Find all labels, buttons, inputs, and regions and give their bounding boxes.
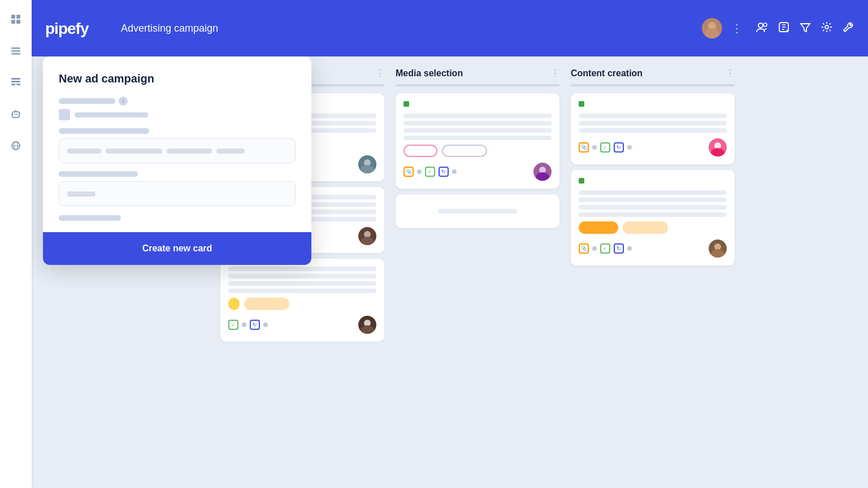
- card-c2-line1: [579, 190, 727, 195]
- card-dot-c1: [592, 145, 597, 150]
- column-bar-media: [396, 84, 559, 86]
- card-dot-green-c2: [579, 178, 584, 184]
- header-more-icon[interactable]: ⋮: [731, 21, 743, 35]
- column-header-actions-content: ⋮: [726, 68, 735, 79]
- card-footer-icons-r3: ✓ ↻: [228, 320, 268, 330]
- card-m1-tag-pink: [403, 145, 437, 157]
- card-r3-line1: [228, 267, 376, 271]
- sidebar-item-grid[interactable]: [6, 9, 26, 29]
- wrench-icon[interactable]: [842, 21, 854, 36]
- header-actions: ⋮: [702, 18, 854, 38]
- card-footer-r3: ✓ ↻: [228, 316, 376, 334]
- card-r3-line4: [228, 289, 376, 293]
- column-menu-research[interactable]: ⋮: [375, 68, 384, 79]
- card-footer-c1: 📎 ✓ ↻: [579, 138, 727, 156]
- field1-input[interactable]: [59, 138, 296, 163]
- card-avatar-r2: [358, 227, 376, 245]
- card-dot-c2: [592, 246, 597, 251]
- sidebar-item-list[interactable]: [6, 41, 26, 61]
- card-dot-r3-2: [263, 323, 268, 327]
- more-fields-label: [59, 215, 121, 221]
- svg-text:pipefy: pipefy: [45, 20, 89, 37]
- export-icon[interactable]: [778, 21, 790, 36]
- card-footer-icons-c2: 📎 ✓ ↻: [579, 243, 632, 254]
- card-icon-c1-sync: ↻: [614, 142, 624, 152]
- column-header-content: Content creation ⋮: [571, 68, 735, 79]
- card-icon-c2: 📎: [579, 243, 589, 254]
- logo: pipefy: [45, 18, 107, 38]
- settings-icon[interactable]: [821, 21, 833, 36]
- filter-icon[interactable]: [799, 21, 811, 36]
- card-c2-tag-lightorange: [623, 221, 668, 234]
- card-content-1[interactable]: 📎 ✓ ↻: [571, 93, 735, 164]
- card-c2-line4: [579, 212, 727, 217]
- card-c2-line3: [579, 205, 727, 210]
- card-footer-m1: 📎 ✓ ↻: [403, 163, 552, 181]
- svg-rect-13: [16, 114, 18, 115]
- card-icon-c1-check: ✓: [600, 142, 610, 152]
- card-m1-tag-gray: [442, 145, 487, 157]
- column-menu-media[interactable]: ⋮: [550, 68, 559, 79]
- field2-input[interactable]: [59, 181, 296, 206]
- field2-placeholder: [67, 191, 96, 197]
- modal-footer: Create new card: [43, 232, 311, 265]
- users-icon[interactable]: [756, 21, 769, 36]
- card-r3-line3: [228, 281, 376, 286]
- card-icon-c2-check: ✓: [600, 243, 610, 254]
- card-c2-tags: [579, 221, 727, 234]
- field1-placeholder-3: [167, 149, 212, 154]
- card-c1-line1: [579, 114, 727, 118]
- card-r3-line2: [228, 274, 376, 278]
- card-dot-green-c1: [579, 101, 584, 107]
- user-avatar[interactable]: [702, 18, 722, 38]
- page-title: Advertising campaign: [121, 23, 218, 34]
- field1-label-row: i: [59, 97, 296, 106]
- attach-row: [59, 109, 296, 120]
- card-media-2[interactable]: [396, 194, 559, 228]
- card-icon-c2-sync: ↻: [614, 243, 624, 254]
- card-m2-empty-line: [438, 209, 517, 213]
- card-content-2[interactable]: 📎 ✓ ↻: [571, 170, 735, 265]
- card-m1-line3: [403, 128, 552, 133]
- create-card-button[interactable]: Create new card: [142, 243, 212, 254]
- column-content: Content creation ⋮ 📎: [571, 68, 735, 347]
- card-footer-icons-c1: 📎 ✓ ↻: [579, 142, 632, 152]
- svg-rect-12: [14, 114, 16, 115]
- card-media-1[interactable]: 📎 ✓ ↻: [396, 93, 559, 189]
- svg-rect-8: [11, 81, 20, 82]
- pipefy-logo-svg: pipefy: [45, 18, 107, 38]
- sidebar: [0, 0, 32, 488]
- new-card-modal: New ad campaign i: [43, 56, 311, 265]
- header: pipefy Advertising campaign ⋮: [32, 0, 868, 56]
- svg-point-26: [763, 23, 767, 27]
- card-dot-green-m1: [403, 101, 409, 107]
- svg-rect-1: [16, 15, 20, 19]
- card-research-3[interactable]: ✓ ↻: [220, 259, 384, 342]
- sidebar-item-robot[interactable]: [6, 104, 26, 124]
- card-icon-r3-sync: ↻: [250, 320, 260, 330]
- sidebar-item-globe[interactable]: [6, 136, 26, 156]
- field1-label: [59, 98, 115, 104]
- card-avatar-c1: [709, 138, 727, 156]
- modal-body: New ad campaign i: [43, 56, 311, 232]
- svg-rect-9: [11, 84, 15, 85]
- card-tag-light-orange: [244, 298, 289, 310]
- card-c1-line3: [579, 128, 727, 133]
- svg-rect-11: [12, 112, 19, 117]
- card-dot-m1: [417, 169, 422, 174]
- column-bar-content: [571, 84, 735, 86]
- column-menu-content[interactable]: ⋮: [726, 68, 735, 79]
- card-dot-r3: [242, 323, 246, 327]
- main-content: pipefy Advertising campaign ⋮: [32, 0, 868, 488]
- column-media: Media selection ⋮: [396, 68, 559, 347]
- svg-rect-10: [16, 84, 20, 85]
- card-dot-c1-2: [627, 145, 632, 150]
- card-avatar-c2: [709, 239, 727, 258]
- svg-rect-3: [16, 20, 20, 24]
- column-title-content: Content creation: [571, 68, 643, 79]
- sidebar-item-table[interactable]: [6, 72, 26, 93]
- card-icon-m1: 📎: [403, 167, 414, 177]
- card-dot-c2-2: [627, 246, 632, 251]
- info-icon: i: [119, 97, 128, 106]
- card-c1-line2: [579, 121, 727, 125]
